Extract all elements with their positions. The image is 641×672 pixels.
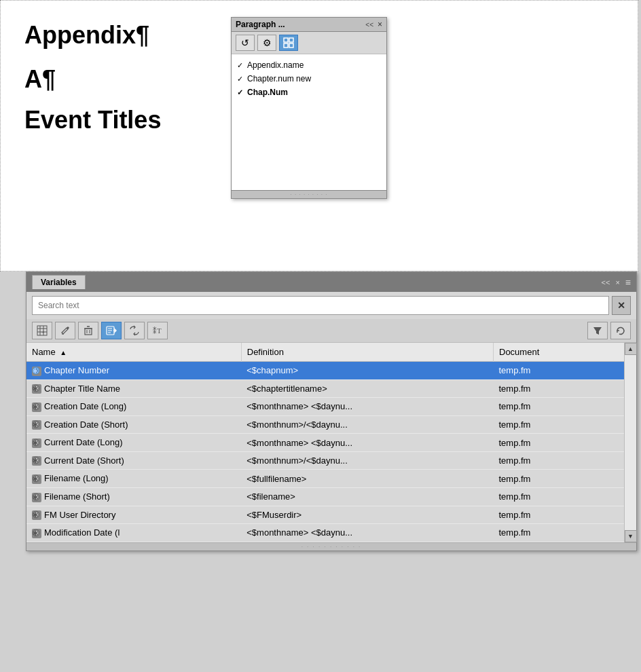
variables-menu-btn[interactable]: ≡ bbox=[625, 277, 631, 288]
variables-bottom-scrollbar[interactable]: · · · · · · · · · · · bbox=[26, 542, 636, 550]
doc-event-text: Event Titles bbox=[24, 106, 161, 134]
cell-name: ✱ Creation Date (Long) bbox=[26, 398, 241, 416]
cell-name: ✱ FM User Directory bbox=[26, 506, 241, 524]
paragraph-title-left: Paragraph ... bbox=[236, 20, 285, 29]
checkmark-2: ✓ bbox=[237, 88, 243, 97]
col-header-name[interactable]: Name ▲ bbox=[26, 343, 241, 362]
cell-definition: <$chaptertitlename> bbox=[241, 379, 493, 398]
paragraph-table-btn[interactable] bbox=[279, 35, 298, 51]
variables-search-bar: ✕ bbox=[26, 292, 636, 319]
variables-close-btn[interactable]: × bbox=[615, 278, 619, 286]
doc-appendix-text: Appendix¶ bbox=[24, 21, 149, 50]
search-clear-btn[interactable]: ✕ bbox=[612, 296, 631, 315]
cell-document: temp.fm bbox=[494, 379, 625, 398]
row-icon: ✱ bbox=[32, 510, 41, 520]
paragraph-item-label-1: Chapter.num new bbox=[247, 74, 311, 83]
table-row[interactable]: ✱ Current Date (Long) <$monthname> <$day… bbox=[26, 434, 624, 452]
variables-panel: Variables << × ≡ ✕ + bbox=[26, 272, 637, 551]
cell-document: temp.fm bbox=[494, 362, 625, 380]
row-icon: ✱ bbox=[32, 529, 41, 538]
svg-text:✱: ✱ bbox=[34, 530, 39, 536]
cell-definition: <$fullfilename> bbox=[241, 470, 493, 488]
svg-rect-2 bbox=[284, 43, 288, 48]
import-variable-btn[interactable] bbox=[101, 322, 122, 339]
row-icon: ✱ bbox=[32, 493, 41, 502]
paragraph-title: Paragraph ... bbox=[236, 20, 285, 29]
table-row[interactable]: ✱ Current Date (Short) <$monthnum>/<$day… bbox=[26, 451, 624, 470]
row-icon: ✱ bbox=[32, 384, 41, 394]
table-row[interactable]: ✱ Filename (Long) <$fullfilename> temp.f… bbox=[26, 470, 624, 488]
paragraph-item-label-0: Appendix.name bbox=[247, 60, 304, 70]
paragraph-scrollbar[interactable]: · · · · · · · · · bbox=[232, 190, 386, 198]
cell-name: ✱ Filename (Long) bbox=[26, 470, 241, 488]
scroll-up-btn[interactable]: ▲ bbox=[625, 343, 637, 355]
doc-a-text: A¶ bbox=[24, 65, 56, 94]
svg-rect-3 bbox=[289, 43, 293, 48]
table-row[interactable]: ✱ Creation Date (Long) <$monthname> <$da… bbox=[26, 398, 624, 416]
filter-btn[interactable] bbox=[587, 322, 608, 339]
refresh-btn[interactable] bbox=[610, 322, 631, 339]
paragraph-list: ✓ Appendix.name ✓ Chapter.num new ✓ Chap… bbox=[232, 54, 386, 190]
paragraph-list-item-0[interactable]: ✓ Appendix.name bbox=[237, 58, 381, 72]
paragraph-list-item-1[interactable]: ✓ Chapter.num new bbox=[237, 72, 381, 86]
cell-document: temp.fm bbox=[494, 524, 625, 542]
svg-text:✱: ✱ bbox=[34, 386, 39, 392]
insert-variable-btn[interactable]: ⁑T bbox=[147, 322, 168, 339]
svg-text:✱: ✱ bbox=[34, 404, 39, 410]
svg-text:✱: ✱ bbox=[34, 494, 39, 500]
cell-name: ✱ Chapter Number bbox=[26, 362, 241, 380]
svg-text:✱: ✱ bbox=[34, 512, 39, 518]
table-row[interactable]: ✱ Filename (Short) <$filename> temp.fm bbox=[26, 487, 624, 506]
cell-name: ✱ Filename (Short) bbox=[26, 487, 241, 506]
search-input[interactable] bbox=[32, 296, 609, 315]
row-icon: ✱ bbox=[32, 403, 41, 412]
paragraph-settings-btn[interactable]: ⚙ bbox=[257, 35, 276, 51]
variables-title-right: << × ≡ bbox=[602, 277, 631, 288]
variables-scrollbar: ▲ ▼ bbox=[624, 343, 636, 542]
table-row[interactable]: ✱ Chapter Number <$chapnum> temp.fm bbox=[26, 362, 624, 380]
paragraph-collapse-btn[interactable]: << bbox=[364, 20, 375, 29]
variables-toolbar-right bbox=[587, 322, 631, 339]
table-row[interactable]: ✱ Chapter Title Name <$chaptertitlename>… bbox=[26, 379, 624, 398]
cell-name: ✱ Current Date (Long) bbox=[26, 434, 241, 452]
col-header-definition[interactable]: Definition bbox=[241, 343, 493, 362]
cell-document: temp.fm bbox=[494, 434, 625, 452]
paragraph-toolbar: ↺ ⚙ bbox=[232, 32, 386, 54]
cell-definition: <$FMuserdir> bbox=[241, 506, 493, 524]
paragraph-close-btn[interactable]: × bbox=[378, 20, 382, 29]
paragraph-refresh-btn[interactable]: ↺ bbox=[236, 35, 255, 51]
cell-name: ✱ Creation Date (Short) bbox=[26, 415, 241, 434]
checkmark-0: ✓ bbox=[237, 61, 243, 70]
scroll-down-btn[interactable]: ▼ bbox=[625, 530, 637, 542]
variables-collapse-btn[interactable]: << bbox=[602, 278, 610, 286]
replace-variable-btn[interactable] bbox=[124, 322, 145, 339]
row-icon: ✱ bbox=[32, 420, 41, 430]
svg-text:✱: ✱ bbox=[34, 368, 39, 374]
svg-rect-11 bbox=[85, 329, 92, 335]
table-row[interactable]: ✱ Creation Date (Short) <$monthnum>/<$da… bbox=[26, 415, 624, 434]
variables-toolbar: + bbox=[26, 319, 636, 343]
add-variable-btn[interactable]: + bbox=[32, 322, 52, 339]
table-row[interactable]: ✱ Modification Date (l <$monthname> <$da… bbox=[26, 524, 624, 542]
paragraph-scroll-indicator: · · · · · · · · · bbox=[291, 191, 328, 198]
sort-arrow-asc: ▲ bbox=[60, 349, 67, 356]
svg-marker-22 bbox=[593, 327, 602, 335]
cell-document: temp.fm bbox=[494, 398, 625, 416]
delete-variable-btn[interactable] bbox=[78, 322, 98, 339]
variables-tab[interactable]: Variables bbox=[32, 275, 86, 289]
cell-definition: <$monthnum>/<$daynu... bbox=[241, 451, 493, 470]
row-icon: ✱ bbox=[32, 367, 41, 376]
svg-text:✱: ✱ bbox=[34, 458, 39, 464]
cell-definition: <$filename> bbox=[241, 487, 493, 506]
paragraph-list-item-2[interactable]: ✓ Chap.Num bbox=[237, 86, 381, 99]
edit-variable-btn[interactable] bbox=[55, 322, 75, 339]
col-header-document[interactable]: Document bbox=[494, 343, 625, 362]
scroll-track[interactable] bbox=[625, 355, 636, 530]
cell-definition: <$monthname> <$daynu... bbox=[241, 524, 493, 542]
cell-name: ✱ Modification Date (l bbox=[26, 524, 241, 542]
table-row[interactable]: ✱ FM User Directory <$FMuserdir> temp.fm bbox=[26, 506, 624, 524]
clear-icon: ✕ bbox=[617, 300, 625, 311]
paragraph-item-label-2: Chap.Num bbox=[247, 88, 288, 97]
paragraph-titlebar: Paragraph ... << × bbox=[232, 18, 386, 32]
cell-document: temp.fm bbox=[494, 506, 625, 524]
